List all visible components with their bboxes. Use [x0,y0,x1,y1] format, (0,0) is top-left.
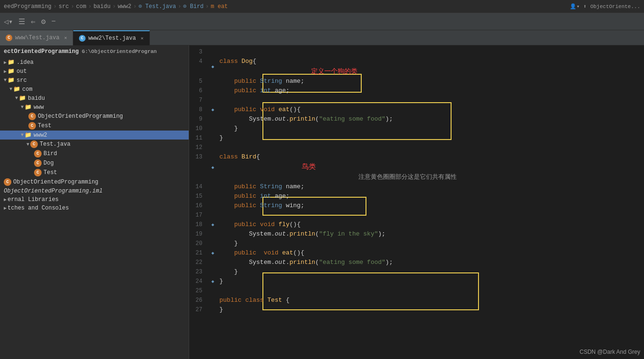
arrow-out: ▶ [4,69,7,74]
code-line-10: 10 } [189,124,644,133]
class-icon-test-www: C [28,122,36,130]
code-content-6: public int age; [218,86,644,96]
tree-item-extlibs[interactable]: ▶ ernal Libraries [0,195,189,204]
line-num-7: 7 [189,96,208,105]
code-content-14: public String name; [218,182,644,192]
tab-close-www2[interactable]: ✕ [140,35,143,41]
line-num-6: 6 [189,86,208,96]
align-left-icon[interactable]: ⇐ [31,17,35,26]
label-scratches: tches and Consoles [8,205,69,211]
gutter-7 [208,96,218,105]
tree-item-oop[interactable]: C ObjectOrientedProgramming [0,112,189,121]
code-line-9: 9 System.out.println("eating some food")… [189,114,644,124]
line-num-23: 23 [189,267,208,277]
folder-icon-www2: 📁 [25,131,32,139]
line-num-25: 25 [189,286,208,296]
back-icon[interactable]: ◁▾ [4,17,13,26]
line-num-19: 19 [189,229,208,239]
class-icon-oop: C [28,113,36,120]
crumb-eat[interactable]: m eat [211,3,228,10]
gutter-9 [208,114,218,124]
code-line-23: 23 } [189,267,644,277]
annotation-bird-class: 鸟类 [302,162,316,170]
tree-item-oop2[interactable]: C ObjectOrientedProgramming [0,177,189,187]
code-line-14: 14 public String name; [189,182,644,192]
label-extlibs: ernal Libraries [8,196,59,203]
tree-item-src[interactable]: ▼ 📁 src [0,76,189,85]
code-line-21: 21 ◆ public void eat(){ [189,248,644,258]
tree-item-bird[interactable]: C Bird [0,149,189,158]
tree-item-scratches[interactable]: ▶ tches and Consoles [0,204,189,212]
line-num-3: 3 [189,47,208,57]
project-path: G:\ObjectOrientedProgran [82,49,157,54]
tab-www2-test[interactable]: C www2\Test.java ✕ [73,30,150,45]
main-layout: ectOrientedProgramming G:\ObjectOriented… [0,45,644,359]
crumb-project[interactable]: eedProgramming [4,3,52,10]
gutter-icon-21: ◆ [211,250,214,256]
project-name: ectOrientedProgramming [4,48,78,55]
sidebar: ectOrientedProgramming G:\ObjectOriented… [0,45,189,359]
tree-item-out[interactable]: ▶ 📁 out [0,67,189,76]
code-line-3: 3 [189,47,644,57]
tab-close-www[interactable]: ✕ [64,35,67,41]
annotation-note-shared: 注意黄色圈圈部分这是它们共有属性 [358,173,457,180]
code-line-4: 4 ◆ class Dog{ 定义一个狗的类 [189,57,644,77]
crumb-com[interactable]: com [76,3,87,10]
code-content-11: } [218,133,644,143]
tab-www-test[interactable]: C www\Test.java ✕ [0,30,73,45]
arrow-src: ▼ [4,78,7,83]
gutter-icon-24: ◆ [211,279,214,284]
class-icon-oop2: C [4,178,11,186]
tree-item-baidu[interactable]: ▼ 📁 baidu [0,94,189,103]
folder-icon-src: 📁 [8,77,15,84]
code-content-7 [218,96,644,105]
settings-icon[interactable]: ⚙ [41,17,46,26]
gutter-6 [208,86,218,96]
tree-item-dog[interactable]: C Dog [0,158,189,168]
class-icon-test: C [34,169,42,176]
gutter-icon-8: ◆ [211,107,214,113]
line-num-5: 5 [189,77,208,86]
tab-bar: C www\Test.java ✕ C www2\Test.java ✕ [0,30,644,45]
crumb-www2[interactable]: www2 [118,3,131,10]
code-editor[interactable]: 3 4 ◆ class Dog{ 定义一个狗的类 5 [189,45,644,359]
gutter-17 [208,210,218,220]
tree-item-www[interactable]: ▼ 📁 www [0,103,189,112]
tree-item-test-class[interactable]: C Test [0,168,189,177]
crumb-baidu[interactable]: baidu [94,3,111,10]
gutter-18: ◆ [208,220,218,229]
tree-item-com[interactable]: ▼ 📁 com [0,85,189,94]
line-num-18: 18 [189,220,208,229]
crumb-testjava[interactable]: ⊙ Test.java [139,3,176,10]
tree-item-test-www[interactable]: C Test [0,121,189,131]
code-line-5: 5 public String name; [189,77,644,86]
gutter-16 [208,201,218,210]
gutter-19 [208,229,218,239]
user-icon[interactable]: 👤▾ [570,3,580,9]
code-content-21: public void eat(){ [218,248,644,258]
tree-item-testjava[interactable]: ▼ C Test.java [0,140,189,149]
minus-icon[interactable]: − [52,18,56,26]
line-num-11: 11 [189,133,208,143]
code-content-3 [218,47,644,57]
tree-item-www2[interactable]: ▼ 📁 www2 [0,131,189,140]
crumb-bird[interactable]: ⊙ Bird [183,3,203,10]
label-baidu: baidu [28,95,45,102]
gutter-12 [208,143,218,152]
line-num-20: 20 [189,239,208,248]
code-line-25: 25 [189,286,644,296]
crumb-src[interactable]: src [59,3,69,10]
gutter-23 [208,267,218,277]
gutter-icon-4: ◆ [211,64,214,70]
label-out: out [17,68,27,75]
toolbar: ◁▾ ☰ ⇐ ⚙ − [0,13,644,30]
tree-item-iml[interactable]: ObjectOrientedProgramming.iml [0,187,189,195]
label-test-www: Test [38,123,52,129]
code-line-27: 27 } [189,305,644,315]
watermark: CSDN @Dark And Grey [580,349,640,355]
align-center-icon[interactable]: ☰ [18,17,25,26]
vcs-icon[interactable]: ⬆ [583,3,587,9]
label-com: com [22,86,33,93]
code-content-10: } [218,124,644,133]
tree-item-idea[interactable]: ▶ 📁 .idea [0,58,189,67]
